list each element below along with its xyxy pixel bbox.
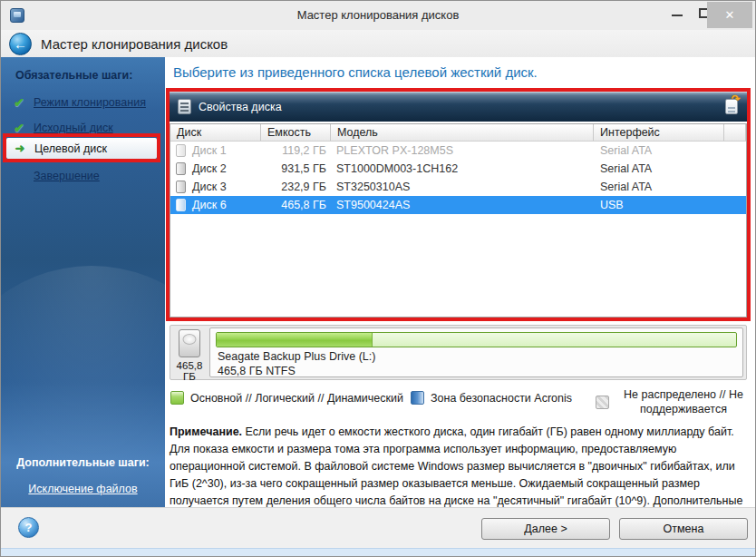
- disk-interface: Serial ATA: [594, 144, 724, 157]
- close-icon[interactable]: ✕: [707, 2, 752, 28]
- disk-model: ST9500424AS: [331, 199, 594, 211]
- page-title: Мастер клонирования дисков: [41, 36, 228, 52]
- back-button[interactable]: ←: [9, 33, 32, 55]
- acronis-zone-icon: [411, 391, 424, 405]
- legend-item-acronis-zone: Зона безопасности Acronis: [411, 391, 572, 405]
- column-header-capacity[interactable]: Емкость: [261, 124, 331, 141]
- volume-name: Seagate Backup Plus Drive (L:): [218, 350, 375, 363]
- disk-name: Диск 3: [192, 181, 227, 193]
- table-row-disk-1[interactable]: Диск 1 119,2 ГБ PLEXTOR PX-128M5S Serial…: [170, 142, 746, 160]
- main-panel: Выберите из приведенного списка целевой …: [165, 57, 756, 507]
- legend-item-primary: Основной // Логический // Динамический: [170, 391, 403, 405]
- footer-bar: ? Далее > Отмена: [1, 507, 755, 548]
- column-header-filler: [724, 124, 746, 141]
- drive-size-label: 465,8 ГБ: [170, 360, 208, 382]
- help-button[interactable]: ?: [18, 517, 39, 538]
- selected-drive-panel: 465,8 ГБ Seagate Backup Plus Drive (L:) …: [170, 325, 747, 380]
- legend-label: Не распределено // Не поддерживается: [615, 387, 751, 416]
- sidebar-item-clone-mode[interactable]: ✔ Режим клонирования: [1, 93, 165, 112]
- sidebar-item-file-exclusion[interactable]: Исключение файлов: [28, 483, 137, 495]
- disk-interface: Serial ATA: [594, 181, 724, 193]
- window-bottom-strip: [1, 548, 755, 557]
- current-step-arrow-icon: ➜: [13, 142, 27, 155]
- disk-icon: [176, 199, 186, 211]
- next-button[interactable]: Далее >: [481, 518, 610, 540]
- disk-icon: [176, 144, 186, 157]
- disk-model: ST1000DM003-1CH162: [331, 162, 594, 175]
- instruction-heading: Выберите из приведенного списка целевой …: [173, 64, 538, 80]
- sidebar-item-label: Целевой диск: [34, 142, 107, 155]
- sidebar-footer: Дополнительные шаги: Исключение файлов: [1, 456, 165, 496]
- table-row-disk-6-selected[interactable]: Диск 6 465,8 ГБ ST9500424AS USB: [170, 196, 746, 214]
- window-title: Мастер клонирования дисков: [1, 8, 755, 22]
- help-icon: ?: [25, 521, 33, 534]
- disk-list-toolbar: Свойства диска: [170, 92, 747, 122]
- legend-label: Основной // Логический // Динамический: [190, 392, 403, 405]
- sidebar-item-label[interactable]: Режим клонирования: [34, 96, 146, 109]
- disk-name: Диск 2: [192, 162, 227, 175]
- partition-bar[interactable]: [216, 332, 737, 347]
- minimize-icon[interactable]: [672, 15, 683, 16]
- disk-capacity: 119,2 ГБ: [261, 144, 331, 157]
- drive-icon: [179, 329, 200, 357]
- disk-capacity: 232,9 ГБ: [261, 181, 331, 193]
- disk-icon: [176, 181, 186, 193]
- unallocated-icon: [596, 396, 609, 409]
- disk-model: ST3250310AS: [331, 181, 594, 193]
- disk-interface: USB: [594, 199, 724, 211]
- table-row-disk-3[interactable]: Диск 3 232,9 ГБ ST3250310AS Serial ATA: [170, 178, 746, 196]
- volume-panel: Seagate Backup Plus Drive (L:) 465,8 ГБ …: [209, 327, 743, 377]
- partition-used-fill: [217, 333, 373, 347]
- legend-label: Зона безопасности Acronis: [431, 392, 572, 405]
- disk-name: Диск 1: [192, 144, 227, 157]
- disk-interface: Serial ATA: [594, 162, 724, 175]
- disk-properties-icon: [178, 99, 191, 114]
- wizard-header: ← Мастер клонирования дисков: [1, 30, 755, 57]
- disk-table: Диск Емкость Модель Интерфейс Диск 1 119…: [170, 123, 747, 318]
- legend-item-unallocated: Не распределено // Не поддерживается: [596, 387, 751, 416]
- optional-steps-heading: Дополнительные шаги:: [1, 456, 165, 469]
- legend: Основной // Логический // Динамический З…: [170, 387, 754, 425]
- checkmark-icon: ✔: [12, 95, 26, 110]
- sidebar-item-target-disk[interactable]: ➜ Целевой диск: [6, 138, 157, 159]
- required-steps-heading: Обязательные шаги:: [15, 69, 132, 82]
- disk-model: PLEXTOR PX-128M5S: [331, 144, 594, 157]
- disk-capacity: 465,8 ГБ: [261, 199, 331, 211]
- disk-icon: [176, 162, 186, 175]
- wizard-window: Мастер клонирования дисков ✕ ← Мастер кл…: [0, 0, 756, 557]
- disk-capacity: 931,5 ГБ: [261, 162, 331, 175]
- table-row-disk-2[interactable]: Диск 2 931,5 ГБ ST1000DM003-1CH162 Seria…: [170, 160, 746, 178]
- sidebar-item-finish[interactable]: Завершение: [1, 167, 165, 185]
- column-header-interface[interactable]: Интерфейс: [594, 124, 724, 141]
- back-arrow-icon: ←: [14, 36, 27, 52]
- sidebar-item-label[interactable]: Завершение: [34, 170, 100, 182]
- sidebar-item-source-disk[interactable]: ✔ Исходный диск: [1, 119, 165, 137]
- volume-details: 465,8 ГБ NTFS: [218, 365, 296, 377]
- table-header-row: Диск Емкость Модель Интерфейс: [170, 124, 746, 142]
- sidebar: Обязательные шаги: ✔ Режим клонирования …: [1, 57, 165, 507]
- note-label: Примечание.: [170, 425, 242, 438]
- disk-properties-button[interactable]: Свойства диска: [199, 101, 282, 113]
- titlebar: Мастер клонирования дисков ✕: [1, 1, 755, 30]
- column-header-model[interactable]: Модель: [331, 124, 594, 141]
- edit-columns-icon[interactable]: [725, 99, 738, 114]
- checkmark-icon: ✔: [12, 121, 26, 135]
- cancel-button[interactable]: Отмена: [619, 518, 748, 540]
- disk-name: Диск 6: [192, 199, 227, 211]
- column-header-disk[interactable]: Диск: [170, 124, 261, 141]
- partition-green-icon: [170, 391, 184, 405]
- sidebar-item-label[interactable]: Исходный диск: [34, 122, 113, 134]
